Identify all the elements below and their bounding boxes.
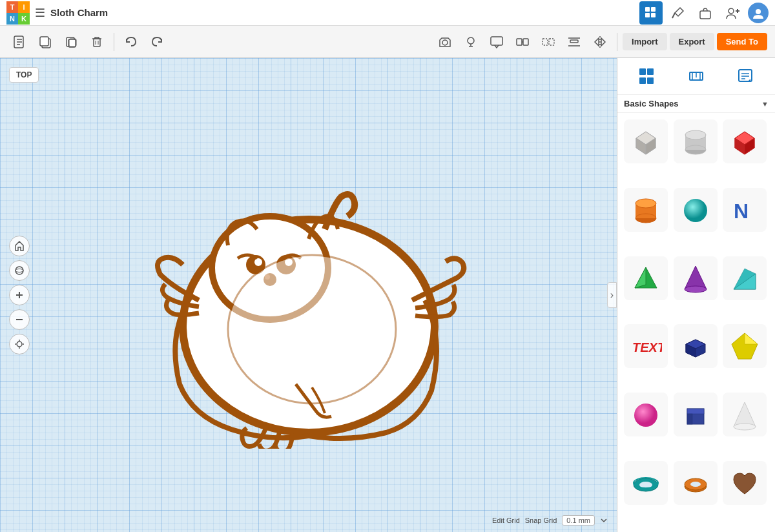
wedge-teal-shape-item[interactable]: [723, 256, 767, 300]
cube-red-shape-item[interactable]: [723, 119, 767, 163]
send-to-button[interactable]: Send To: [717, 33, 767, 50]
svg-rect-102: [687, 409, 704, 424]
svg-marker-79: [735, 132, 754, 145]
svg-marker-99: [732, 333, 758, 359]
svg-point-108: [639, 482, 652, 488]
svg-rect-30: [542, 39, 548, 45]
logo-i: I: [18, 1, 30, 13]
svg-rect-5: [700, 11, 710, 19]
rotate-view-button[interactable]: [9, 260, 30, 281]
ungroup-icon[interactable]: [537, 30, 560, 54]
ruler-view-button[interactable]: [683, 63, 709, 89]
undo-button[interactable]: [119, 30, 143, 54]
home-view-button[interactable]: [9, 236, 30, 256]
edit-grid-label[interactable]: Edit Grid: [492, 517, 520, 524]
cylinder-grey-shape-item[interactable]: [674, 119, 718, 163]
cone-purple-shape-item[interactable]: [674, 256, 718, 300]
lightbulb-icon[interactable]: [459, 30, 482, 54]
svg-rect-26: [491, 37, 502, 45]
svg-marker-94: [734, 269, 756, 289]
svg-rect-19: [94, 39, 100, 46]
zoom-out-button[interactable]: [9, 309, 30, 330]
box-blue-shape-item[interactable]: [674, 393, 718, 436]
sloth-model[interactable]: [141, 139, 477, 451]
duplicate-button[interactable]: [59, 30, 83, 54]
box-shape-item[interactable]: [624, 119, 668, 163]
box-navy-shape-item[interactable]: [674, 324, 718, 368]
svg-point-82: [636, 214, 656, 223]
text-red-shape-item[interactable]: TEXT: [624, 324, 668, 368]
svg-rect-60: [647, 77, 654, 84]
panel-toggle-button[interactable]: ›: [607, 282, 617, 308]
logo-t: T: [6, 1, 18, 13]
group-icon[interactable]: [511, 30, 534, 54]
text-n-shape-item[interactable]: N: [723, 188, 767, 232]
svg-rect-27: [517, 39, 522, 45]
svg-marker-93: [734, 274, 756, 289]
add-user-nav-icon[interactable]: [721, 1, 744, 25]
svg-point-110: [685, 480, 707, 492]
svg-marker-78: [735, 132, 754, 154]
svg-marker-89: [635, 267, 646, 288]
svg-point-43: [17, 342, 22, 347]
import-button[interactable]: Import: [623, 33, 666, 50]
shapes-header: Basic Shapes ▼: [617, 95, 775, 113]
new-design-button[interactable]: [8, 30, 31, 54]
annotation-icon[interactable]: [485, 30, 508, 54]
grid-nav-icon[interactable]: [639, 1, 663, 25]
heart-brown-shape-item[interactable]: [723, 461, 767, 505]
svg-point-85: [636, 214, 656, 223]
cone-white-shape-item[interactable]: [723, 393, 767, 436]
svg-point-74: [685, 145, 706, 154]
notes-view-button[interactable]: [732, 63, 758, 89]
svg-point-56: [228, 255, 396, 404]
svg-point-107: [634, 478, 658, 491]
svg-marker-71: [636, 132, 656, 145]
zoom-in-button[interactable]: [9, 285, 30, 305]
menu-icon[interactable]: ☰: [35, 6, 45, 20]
snap-dropdown-icon[interactable]: [600, 517, 608, 524]
delete-button[interactable]: [85, 30, 108, 54]
snap-grid-label: Snap Grid: [525, 517, 557, 524]
svg-marker-90: [685, 266, 707, 289]
diamond-yellow-shape-item[interactable]: [723, 324, 767, 368]
camera-icon[interactable]: [433, 30, 457, 54]
toolbar-right: Import Export Send To: [433, 30, 767, 54]
view-label: TOP: [9, 67, 39, 83]
svg-marker-37: [601, 38, 605, 46]
svg-point-86: [684, 199, 707, 222]
redo-button[interactable]: [145, 30, 169, 54]
fit-view-button[interactable]: [9, 334, 30, 354]
tinkercad-logo[interactable]: T I N K: [6, 1, 30, 25]
align-icon[interactable]: [563, 30, 586, 54]
sphere-teal-shape-item[interactable]: [674, 188, 718, 232]
svg-point-39: [16, 269, 23, 272]
mirror-icon[interactable]: [588, 30, 612, 54]
svg-point-111: [685, 478, 707, 490]
svg-point-22: [442, 40, 448, 45]
svg-point-38: [16, 267, 23, 274]
pyramid-green-shape-item[interactable]: [624, 256, 668, 300]
snap-value[interactable]: 0.1 mm: [562, 515, 595, 526]
canvas-area[interactable]: TOP: [0, 58, 617, 532]
shapes-dropdown-button[interactable]: ▼: [761, 100, 769, 108]
svg-rect-2: [645, 13, 650, 17]
user-avatar[interactable]: [748, 3, 769, 23]
pickaxe-nav-icon[interactable]: [666, 1, 690, 25]
sphere-pink-shape-item[interactable]: [624, 393, 668, 436]
svg-rect-1: [651, 7, 656, 12]
svg-rect-33: [570, 40, 578, 43]
export-button[interactable]: Export: [670, 33, 714, 50]
svg-rect-103: [687, 409, 704, 414]
svg-marker-105: [734, 402, 756, 427]
donut-orange-shape-item[interactable]: [674, 461, 718, 505]
grid-view-button[interactable]: [634, 63, 660, 89]
svg-rect-57: [639, 68, 646, 75]
bag-nav-icon[interactable]: [694, 1, 717, 25]
svg-rect-59: [639, 77, 646, 84]
cylinder-orange-shape-item[interactable]: [624, 188, 668, 232]
svg-marker-100: [745, 333, 758, 344]
torus-teal-shape-item[interactable]: [624, 461, 668, 505]
copy-button[interactable]: [34, 30, 57, 54]
logo-k: K: [18, 13, 30, 25]
